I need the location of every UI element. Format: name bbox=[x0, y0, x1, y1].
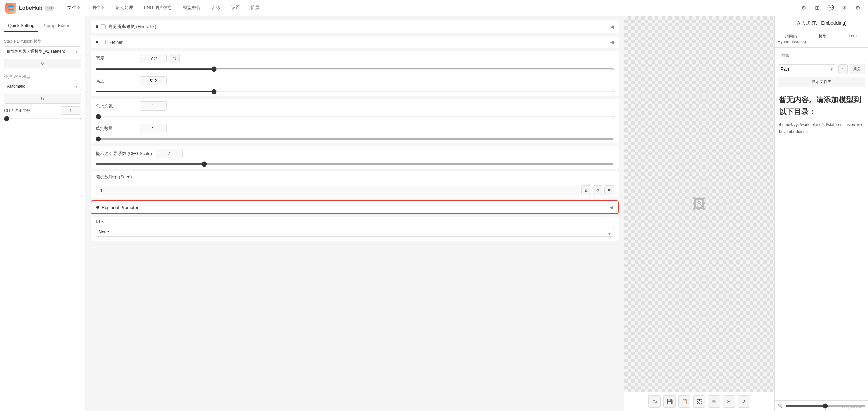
batch-count-slider[interactable] bbox=[96, 116, 614, 117]
tab-model[interactable]: 模型 bbox=[807, 31, 838, 47]
clip-label: CLIP 终止层数 bbox=[4, 108, 30, 114]
height-input[interactable] bbox=[140, 76, 167, 85]
cfg-input[interactable] bbox=[156, 149, 183, 158]
edit-btn[interactable]: ✏ bbox=[708, 395, 720, 408]
height-slider[interactable] bbox=[96, 91, 614, 92]
nav-tabs: 文生图 图生图 后期处理 PNG 图片信息 模型融合 训练 设置 扩展 bbox=[62, 0, 265, 16]
hires-fix-header[interactable]: 高分辨率修复 (Hires. fix) ◀ bbox=[91, 20, 619, 33]
regional-dot bbox=[96, 206, 99, 209]
logo-area: 🌐 LobeHub SD bbox=[5, 3, 54, 14]
tab-hypernetworks[interactable]: 超网络 (Hypernetworks) bbox=[775, 31, 807, 47]
image-toolbar: 🗂 💾 📋 🖼 ✏ ✂ ↗ bbox=[624, 392, 774, 411]
model-refresh-btn[interactable]: ↻ bbox=[4, 59, 81, 68]
width-slider-row bbox=[91, 66, 619, 74]
seed-refresh-btn[interactable]: ↻ bbox=[593, 185, 602, 195]
cfg-slider-row bbox=[91, 161, 619, 169]
hires-checkbox[interactable] bbox=[101, 24, 106, 29]
regional-prompter-arrow: ◀ bbox=[609, 204, 613, 210]
open-folder-btn[interactable]: 🗂 bbox=[648, 395, 661, 408]
nav-tab-kuozhan[interactable]: 扩展 bbox=[245, 0, 265, 16]
width-label: 宽度 bbox=[96, 55, 136, 61]
config-icon[interactable]: ⚙ bbox=[853, 3, 863, 13]
zip-btn[interactable]: 🖼 bbox=[693, 395, 705, 408]
path-select-wrapper: Path bbox=[778, 64, 836, 74]
empty-path-text: /home4/yyz/work_place/sd/stable-diffusio… bbox=[779, 122, 864, 135]
sidebar-tabs: Quick Setting Prompt Editor bbox=[4, 20, 81, 32]
seed-input[interactable] bbox=[96, 186, 579, 195]
swap-dimensions-btn[interactable]: ⇅ bbox=[170, 54, 180, 63]
hires-dot bbox=[96, 25, 98, 28]
center-content: 高分辨率修复 (Hires. fix) ◀ Refiner ◀ 宽度 ⇅ bbox=[85, 16, 624, 411]
right-path-row: Path ↑↓ 刷新 bbox=[775, 63, 868, 77]
clip-slider[interactable] bbox=[4, 118, 81, 119]
image-placeholder-icon: 🖼 bbox=[693, 196, 706, 212]
nav-tab-houqi[interactable]: 后期处理 bbox=[110, 0, 139, 16]
batch-size-row: 单批数量 bbox=[91, 121, 619, 136]
chat-icon[interactable]: 💬 bbox=[826, 3, 835, 13]
seed-copy-btn[interactable]: ⧉ bbox=[581, 185, 591, 195]
cfg-slider[interactable] bbox=[96, 163, 614, 165]
batch-size-label: 单批数量 bbox=[96, 125, 136, 132]
script-select[interactable]: None bbox=[96, 227, 614, 237]
clip-value-input[interactable] bbox=[61, 106, 81, 115]
nav-tab-shezhi[interactable]: 设置 bbox=[226, 0, 245, 16]
vae-refresh-icon: ↻ bbox=[41, 96, 44, 101]
batch-size-slider-row bbox=[91, 136, 619, 143]
batch-count-label: 总批次数 bbox=[96, 103, 136, 109]
script-panel: 脚本 None bbox=[91, 217, 619, 241]
batch-count-input[interactable] bbox=[140, 101, 167, 111]
watermark: CSDN @HikeGhee bbox=[835, 405, 865, 409]
width-input[interactable] bbox=[140, 54, 167, 63]
seed-panel: 随机数种子 (Seed) ⧉ ↻ ▼ bbox=[91, 171, 619, 198]
right-panel-title: 嵌入式 (T.I. Embedding) bbox=[775, 16, 868, 31]
path-sort-btn[interactable]: ↑↓ bbox=[838, 64, 848, 74]
topnav-right: ⚙ ⊞ 💬 ☀ ⚙ bbox=[799, 3, 863, 13]
tab-quick-setting[interactable]: Quick Setting bbox=[4, 20, 38, 32]
copy-btn[interactable]: 📋 bbox=[678, 395, 690, 408]
left-sidebar: Quick Setting Prompt Editor Stable Diffu… bbox=[0, 16, 85, 411]
batch-size-input[interactable] bbox=[140, 124, 167, 133]
nav-tab-moxing[interactable]: 模型融合 bbox=[178, 0, 206, 16]
logo-text: LobeHub bbox=[19, 5, 42, 11]
refiner-checkbox[interactable] bbox=[101, 40, 106, 44]
right-tabs: 超网络 (Hypernetworks) 模型 Lora bbox=[775, 31, 868, 48]
seed-extra-btn[interactable]: ▼ bbox=[604, 185, 614, 195]
tab-prompt-editor[interactable]: Prompt Editor bbox=[38, 20, 73, 32]
nav-tab-wentu[interactable]: 文生图 bbox=[62, 0, 86, 16]
regional-prompter-header[interactable]: Regional Prompter ◀ bbox=[91, 201, 618, 213]
height-row: 高度 bbox=[91, 74, 619, 88]
search-input[interactable] bbox=[778, 51, 865, 60]
batch-size-slider[interactable] bbox=[96, 138, 614, 140]
refiner-dot bbox=[96, 41, 98, 43]
grid-icon[interactable]: ⊞ bbox=[812, 3, 822, 13]
stable-diffusion-label: Stable Diffusion 模型 bbox=[4, 39, 81, 44]
regional-prompter-panel: Regional Prompter ◀ bbox=[91, 200, 619, 214]
hires-fix-panel: 高分辨率修复 (Hires. fix) ◀ bbox=[91, 20, 619, 33]
vae-label: 外挂 VAE 模型 bbox=[4, 74, 81, 80]
nav-tab-tusheng[interactable]: 图生图 bbox=[86, 0, 110, 16]
vae-refresh-btn[interactable]: ↻ bbox=[4, 94, 81, 104]
path-refresh-btn[interactable]: 刷新 bbox=[850, 64, 865, 74]
right-content: 暂无内容。请添加模型到以下目录： /home4/yyz/work_place/s… bbox=[775, 90, 868, 400]
batch-count-row: 总批次数 bbox=[91, 99, 619, 113]
model-select[interactable]: lu简笔画风卡通模型_v2.safeten: bbox=[4, 46, 81, 56]
refiner-header[interactable]: Refiner ◀ bbox=[91, 36, 619, 48]
width-row: 宽度 ⇅ bbox=[91, 51, 619, 66]
settings-icon[interactable]: ⚙ bbox=[799, 3, 808, 13]
show-folder-btn[interactable]: 显示文件夹 bbox=[778, 77, 865, 87]
theme-icon[interactable]: ☀ bbox=[840, 3, 849, 13]
path-select[interactable]: Path bbox=[778, 64, 836, 74]
refresh-icon: ↻ bbox=[41, 61, 44, 66]
vae-select-wrapper: Automatic bbox=[4, 82, 81, 91]
nav-tab-xunlian[interactable]: 训练 bbox=[206, 0, 226, 16]
save-btn[interactable]: 💾 bbox=[663, 395, 676, 408]
nav-tab-png[interactable]: PNG 图片信息 bbox=[139, 0, 178, 16]
width-slider[interactable] bbox=[96, 68, 614, 70]
batch-panel: 总批次数 单批数量 bbox=[91, 99, 619, 143]
clip-row: CLIP 终止层数 bbox=[4, 106, 81, 115]
share-btn[interactable]: ↗ bbox=[738, 395, 750, 408]
vae-select[interactable]: Automatic bbox=[4, 82, 81, 91]
cut-btn[interactable]: ✂ bbox=[723, 395, 735, 408]
tab-lora[interactable]: Lora bbox=[838, 31, 868, 47]
hires-arrow: ◀ bbox=[610, 24, 614, 30]
